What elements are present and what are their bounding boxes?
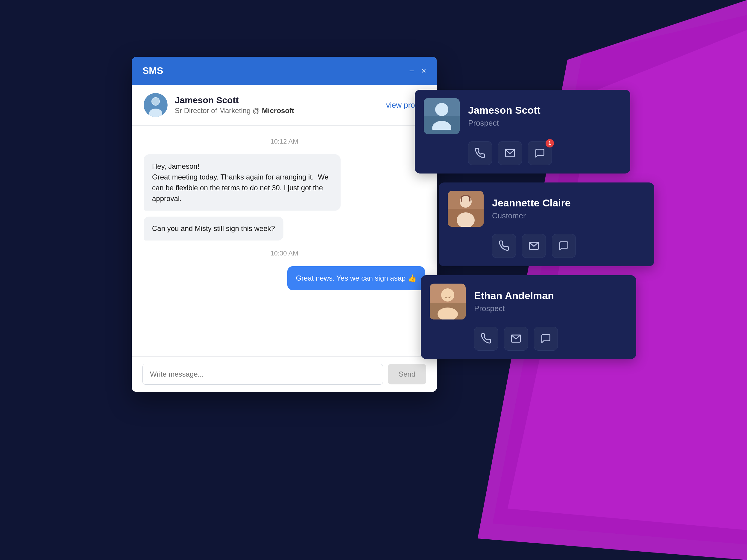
message-input[interactable] (143, 364, 383, 385)
sms-window: SMS − × Jameson Scott Sr Director of Mar… (132, 57, 437, 392)
phone-button-jameson[interactable] (468, 141, 492, 165)
svg-rect-11 (424, 130, 460, 134)
card-avatar-ethan (430, 284, 466, 319)
svg-point-9 (435, 103, 448, 116)
sms-button-ethan[interactable] (534, 327, 558, 351)
card-role-jeannette: Customer (492, 211, 571, 220)
sms-button-jameson[interactable]: 1 (528, 141, 552, 165)
contact-title: Sr Director of Marketing @ Microsoft (175, 106, 379, 115)
contact-cards-container: Jameson Scott Prospect 1 (427, 90, 642, 359)
contact-info: Jameson Scott Sr Director of Marketing @… (175, 95, 379, 115)
message-received-1: Hey, Jameson! Great meeting today. Thank… (144, 154, 341, 211)
sms-button-jeannette[interactable] (552, 234, 576, 258)
email-button-jameson[interactable] (498, 141, 522, 165)
card-role-jameson: Prospect (468, 118, 541, 128)
card-actions-jeannette (448, 234, 645, 258)
contact-company: Microsoft (262, 106, 294, 114)
card-top-jeannette: Jeannette Claire Customer (448, 191, 645, 227)
email-button-jeannette[interactable] (522, 234, 546, 258)
titlebar-controls: − × (409, 67, 426, 75)
card-info-jeannette: Jeannette Claire Customer (492, 197, 571, 220)
contact-card-ethan: Ethan Andelman Prospect (421, 275, 636, 359)
sms-badge-jameson: 1 (546, 139, 554, 148)
sms-window-title: SMS (143, 65, 163, 76)
timestamp-2: 10:30 AM (144, 249, 425, 257)
card-avatar-jeannette (448, 191, 484, 227)
close-button[interactable]: × (421, 67, 426, 75)
phone-button-jeannette[interactable] (492, 234, 516, 258)
contact-card-jameson: Jameson Scott Prospect 1 (415, 90, 630, 174)
card-name-ethan: Ethan Andelman (474, 290, 554, 301)
input-area: Send (132, 356, 437, 392)
messages-area: 10:12 AM Hey, Jameson! Great meeting tod… (132, 126, 437, 356)
svg-point-22 (441, 288, 454, 301)
card-name-jeannette: Jeannette Claire (492, 197, 571, 209)
contact-name: Jameson Scott (175, 95, 379, 105)
contact-title-text: Sr Director of Marketing @ (175, 106, 262, 114)
phone-button-ethan[interactable] (474, 327, 498, 351)
card-top-jameson: Jameson Scott Prospect (424, 98, 621, 134)
send-button[interactable]: Send (388, 364, 426, 384)
card-info-jameson: Jameson Scott Prospect (468, 104, 541, 128)
card-role-ethan: Prospect (474, 304, 554, 313)
contact-header: Jameson Scott Sr Director of Marketing @… (132, 85, 437, 126)
card-name-jameson: Jameson Scott (468, 104, 541, 116)
card-avatar-jameson (424, 98, 460, 134)
minimize-button[interactable]: − (409, 67, 414, 75)
message-sent-1: Great news. Yes we can sign asap 👍 (287, 266, 425, 290)
svg-point-6 (152, 98, 159, 105)
card-info-ethan: Ethan Andelman Prospect (474, 290, 554, 313)
contact-card-jeannette: Jeannette Claire Customer (439, 183, 654, 266)
email-button-ethan[interactable] (504, 327, 528, 351)
contact-avatar (144, 93, 168, 117)
timestamp-1: 10:12 AM (144, 138, 425, 145)
card-actions-jameson: 1 (424, 141, 621, 165)
card-top-ethan: Ethan Andelman Prospect (430, 284, 627, 319)
card-actions-ethan (430, 327, 627, 351)
message-received-2: Can you and Misty still sign this week? (144, 217, 283, 241)
sms-titlebar: SMS − × (132, 57, 437, 85)
